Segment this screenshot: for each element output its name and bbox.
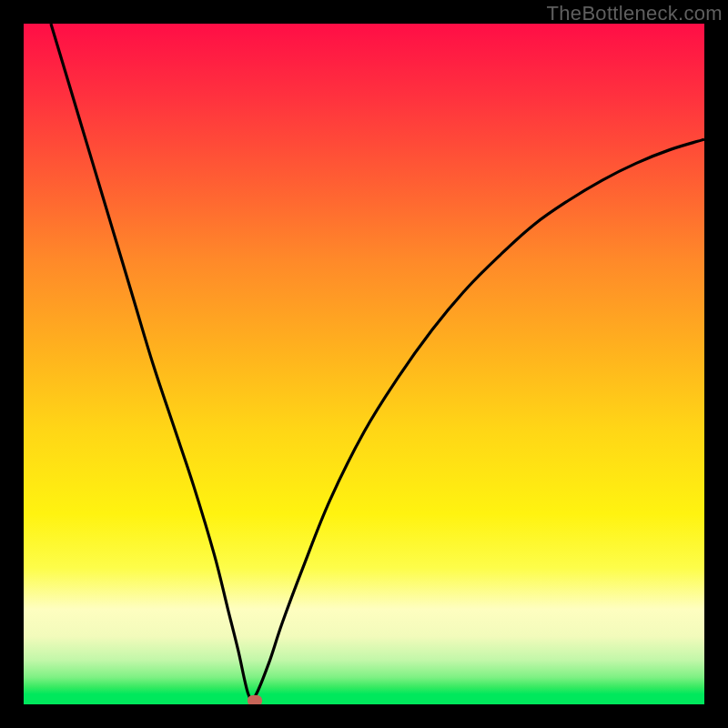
watermark-label: TheBottleneck.com	[547, 2, 723, 25]
plot-area	[24, 24, 704, 704]
optimal-point-marker	[248, 695, 262, 704]
curve-layer	[24, 24, 704, 704]
bottleneck-curve	[51, 24, 704, 701]
chart-container: TheBottleneck.com	[0, 0, 728, 728]
